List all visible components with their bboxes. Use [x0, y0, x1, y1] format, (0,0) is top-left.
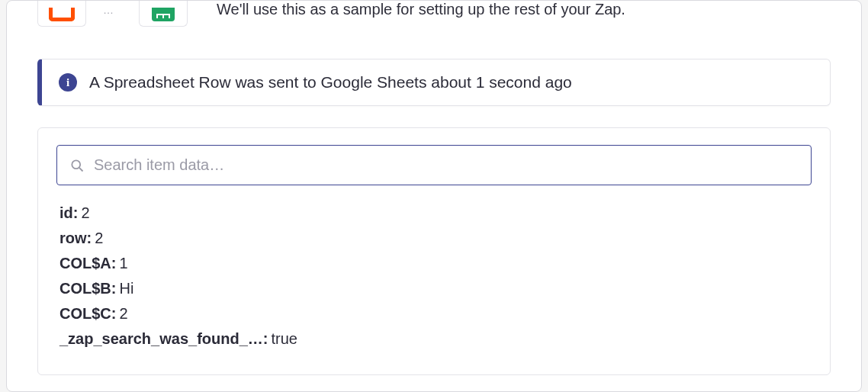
sample-data-card: id:2 row:2 COL$A:1 COL$B:Hi COL$C:2 _zap…	[37, 127, 831, 375]
field-key: row:	[59, 230, 92, 246]
field-value: true	[271, 330, 297, 347]
alert-text: A Spreadsheet Row was sent to Google She…	[89, 73, 572, 92]
search-box[interactable]	[56, 145, 812, 185]
info-alert: i A Spreadsheet Row was sent to Google S…	[37, 59, 831, 106]
target-app-icon	[139, 1, 188, 27]
source-app-icon	[37, 1, 86, 27]
field-key: COL$A:	[59, 255, 116, 272]
svg-point-0	[72, 160, 80, 169]
field-key: id:	[59, 204, 78, 221]
field-value: 1	[119, 255, 127, 272]
google-sheets-icon	[152, 8, 175, 21]
field-row: _zap_search_was_found_…:true	[59, 326, 812, 352]
app-icon-row: … We'll use this as a sample for setting…	[37, 1, 831, 27]
field-key: COL$B:	[59, 280, 116, 297]
field-key: _zap_search_was_found_…:	[59, 330, 268, 347]
zapier-icon	[49, 8, 75, 21]
field-row: row:2	[59, 226, 812, 251]
panel-content: … We'll use this as a sample for setting…	[7, 1, 861, 392]
svg-line-1	[79, 167, 83, 171]
field-key: COL$C:	[59, 305, 116, 322]
field-list: id:2 row:2 COL$A:1 COL$B:Hi COL$C:2 _zap…	[56, 201, 812, 352]
sample-hint-text: We'll use this as a sample for setting u…	[217, 1, 625, 18]
field-row: COL$A:1	[59, 251, 812, 276]
info-icon: i	[59, 73, 77, 92]
connector-dots-icon: …	[101, 4, 116, 16]
field-row: id:2	[59, 201, 812, 226]
step-panel: … We'll use this as a sample for setting…	[6, 0, 862, 392]
field-row: COL$B:Hi	[59, 276, 812, 301]
field-value: 2	[81, 204, 89, 221]
field-value: 2	[95, 230, 103, 246]
field-value: Hi	[119, 280, 133, 297]
search-icon	[69, 158, 85, 173]
field-row: COL$C:2	[59, 301, 812, 326]
search-input[interactable]	[94, 156, 799, 174]
field-value: 2	[119, 305, 127, 322]
